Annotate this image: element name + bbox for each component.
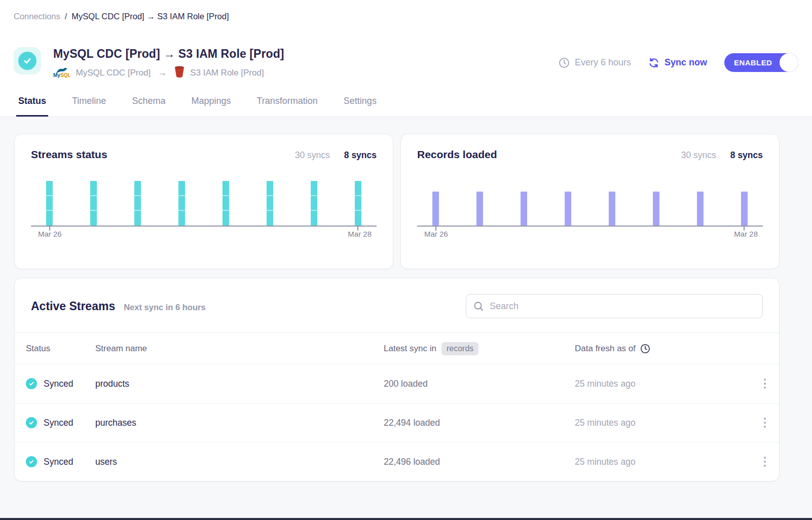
source-name: MySQL CDC [Prod] — [76, 68, 151, 78]
sync-bar[interactable] — [653, 192, 659, 226]
status-badge: Synced — [44, 457, 73, 467]
tab-bar: Status Timeline Schema Mappings Transfor… — [14, 94, 798, 117]
check-icon — [18, 52, 36, 70]
tab-transformation[interactable]: Transformation — [254, 94, 319, 117]
breadcrumb-connections-link[interactable]: Connections — [14, 12, 60, 21]
col-stream-name: Stream name — [95, 344, 384, 354]
data-fresh-value: 25 minutes ago — [575, 418, 743, 428]
toggle-knob — [780, 53, 798, 72]
next-sync-label: Next sync in 6 hours — [124, 303, 205, 312]
status-badge: Synced — [44, 418, 73, 428]
enabled-label: ENABLED — [734, 58, 772, 67]
tab-mappings[interactable]: Mappings — [189, 94, 233, 117]
col-latest-sync: Latest sync in — [384, 344, 436, 354]
clock-icon — [559, 57, 570, 68]
tab-schema[interactable]: Schema — [130, 94, 167, 117]
sync-bar[interactable] — [178, 181, 185, 226]
sync-now-label: Sync now — [665, 57, 707, 68]
sync-bar[interactable] — [90, 181, 97, 226]
x-tick-label-start: Mar 26 — [424, 230, 448, 238]
records-loaded-value: 22,494 loaded — [384, 418, 575, 428]
sync-bar[interactable] — [432, 192, 439, 226]
sync-bar[interactable] — [609, 192, 615, 226]
table-header: Status Stream name Latest sync in record… — [15, 332, 779, 364]
table-row[interactable]: Synced purchases 22,494 loaded 25 minute… — [15, 403, 779, 442]
table-row[interactable]: Synced users 22,496 loaded 25 minutes ag… — [15, 442, 779, 481]
records-unit-badge[interactable]: records — [441, 342, 478, 355]
window-bottom-edge — [0, 518, 812, 520]
mysql-logo-icon: MySQL — [53, 67, 70, 78]
sync-bar[interactable] — [565, 192, 571, 226]
x-tick-label-end: Mar 28 — [734, 230, 758, 238]
records-loaded-bars — [417, 180, 763, 226]
streams-status-title: Streams status — [31, 148, 107, 161]
connection-header: MySQL CDC [Prod] → S3 IAM Role [Prod] My… — [0, 32, 812, 117]
page-title: MySQL CDC [Prod] → S3 IAM Role [Prod] — [53, 47, 559, 61]
active-streams-title: Active Streams — [31, 300, 115, 313]
breadcrumb-separator: / — [65, 12, 67, 21]
search-icon — [473, 301, 484, 312]
sync-bar[interactable] — [223, 181, 229, 226]
records-loaded-value: 22,496 loaded — [384, 457, 575, 467]
breadcrumb: Connections / MySQL CDC [Prod] → S3 IAM … — [0, 0, 812, 32]
clock-icon — [640, 344, 650, 354]
streams-status-card: Streams status 30 syncs 8 syncs Mar 26 M… — [14, 134, 393, 269]
col-status: Status — [26, 344, 95, 354]
records-loaded-value: 200 loaded — [384, 379, 575, 389]
streams-status-bars — [31, 180, 377, 226]
row-menu-button[interactable] — [761, 376, 769, 392]
sync-bar[interactable] — [134, 181, 141, 226]
row-menu-button[interactable] — [761, 454, 769, 470]
synced-check-icon — [26, 417, 37, 428]
sync-bar[interactable] — [697, 192, 704, 226]
synced-check-icon — [26, 378, 37, 389]
x-axis — [31, 226, 377, 227]
records-loaded-title: Records loaded — [417, 148, 497, 161]
x-tick-label-start: Mar 26 — [38, 230, 62, 238]
connection-status-tile — [14, 47, 41, 75]
table-row[interactable]: Synced products 200 loaded 25 minutes ag… — [15, 364, 779, 403]
active-streams-card: Active Streams Next sync in 6 hours Stat… — [14, 278, 780, 481]
sync-bar[interactable] — [46, 181, 53, 226]
col-data-fresh: Data fresh as of — [575, 344, 636, 354]
search-input[interactable] — [490, 301, 755, 312]
legend-total-syncs: 30 syncs — [295, 150, 330, 161]
destination-name: S3 IAM Role [Prod] — [190, 68, 264, 78]
stream-name: purchases — [95, 418, 384, 428]
row-menu-button[interactable] — [761, 415, 769, 431]
s3-bucket-icon — [174, 65, 185, 80]
sync-bar[interactable] — [521, 192, 527, 226]
tab-timeline[interactable]: Timeline — [70, 94, 108, 117]
breadcrumb-current: MySQL CDC [Prod] → S3 IAM Role [Prod] — [71, 12, 229, 21]
search-box[interactable] — [466, 294, 763, 318]
x-tick-label-end: Mar 28 — [348, 230, 372, 238]
sync-schedule: Every 6 hours — [559, 57, 631, 68]
data-fresh-value: 25 minutes ago — [575, 379, 743, 389]
refresh-icon — [648, 57, 659, 68]
sync-bar[interactable] — [267, 181, 273, 226]
synced-check-icon — [26, 456, 37, 467]
tab-status[interactable]: Status — [16, 94, 48, 117]
legend-recent-syncs: 8 syncs — [344, 150, 377, 161]
sync-now-button[interactable]: Sync now — [648, 57, 707, 68]
x-axis — [417, 226, 763, 227]
sync-bar[interactable] — [476, 192, 483, 226]
sync-bar[interactable] — [355, 181, 361, 226]
sync-bar[interactable] — [741, 192, 748, 226]
records-loaded-card: Records loaded 30 syncs 8 syncs Mar 26 M… — [400, 134, 780, 269]
enabled-toggle[interactable]: ENABLED — [724, 53, 798, 72]
data-fresh-value: 25 minutes ago — [575, 457, 743, 467]
arrow-icon: → — [158, 67, 167, 78]
sync-bar[interactable] — [311, 181, 317, 226]
status-badge: Synced — [44, 379, 73, 389]
stream-name: users — [95, 457, 384, 467]
legend-total-syncs: 30 syncs — [681, 150, 716, 161]
schedule-label: Every 6 hours — [575, 57, 631, 68]
legend-recent-syncs: 8 syncs — [730, 150, 763, 161]
tab-settings[interactable]: Settings — [342, 94, 379, 117]
stream-name: products — [95, 379, 384, 389]
